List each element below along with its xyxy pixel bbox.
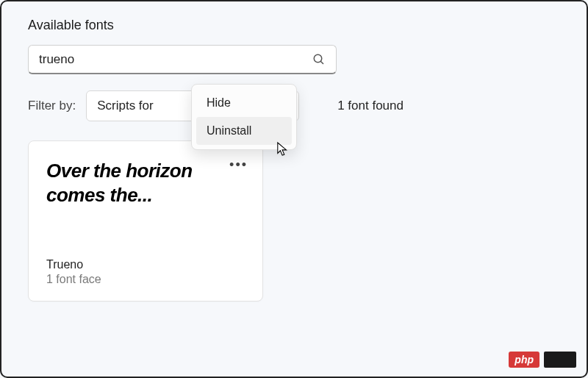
result-count: 1 font found	[337, 99, 404, 113]
watermark-block	[544, 352, 576, 368]
search-icon	[312, 53, 326, 66]
font-faces-count: 1 font face	[46, 273, 245, 286]
filter-label: Filter by:	[28, 99, 76, 113]
svg-line-1	[320, 61, 323, 64]
search-box[interactable]	[28, 45, 337, 74]
search-input[interactable]	[39, 52, 312, 67]
menu-item-uninstall[interactable]: Uninstall	[196, 117, 292, 145]
font-preview-text: Over the horizon comes the...	[46, 159, 245, 207]
watermark-badge: php	[509, 352, 539, 368]
context-menu: Hide Uninstall	[191, 84, 297, 150]
font-name: Trueno	[46, 258, 245, 271]
card-menu-button[interactable]: •••	[229, 157, 248, 173]
menu-item-hide[interactable]: Hide	[196, 89, 292, 117]
svg-point-0	[314, 54, 322, 63]
watermark: php	[509, 352, 576, 368]
font-card[interactable]: ••• Over the horizon comes the... Trueno…	[28, 140, 263, 302]
section-title: Available fonts	[28, 18, 560, 33]
filter-selected-value: Scripts for	[97, 99, 154, 113]
